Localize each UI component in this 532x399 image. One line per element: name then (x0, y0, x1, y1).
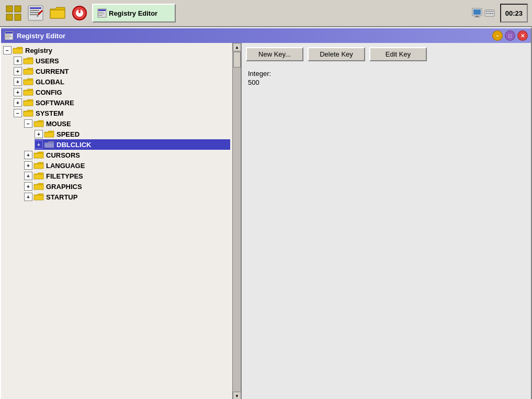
tree-toggle-global[interactable]: + (14, 77, 22, 86)
svg-rect-31 (489, 13, 491, 14)
tree-toggle-filetypes[interactable]: + (24, 172, 32, 180)
folder-icon-current (23, 67, 33, 75)
folder-icon-config (23, 88, 33, 96)
tree-toggle-language[interactable]: + (24, 161, 32, 170)
tree-label-cursors: CURSORS (46, 151, 80, 159)
tree-item-startup[interactable]: + STARTUP (24, 192, 230, 202)
tree-toggle-mouse[interactable]: − (24, 119, 32, 128)
tree-toggle-registry[interactable]: − (3, 46, 12, 54)
svg-rect-0 (6, 6, 13, 12)
scroll-down-button[interactable]: ▼ (233, 392, 241, 399)
svg-rect-8 (30, 14, 38, 15)
delete-key-button[interactable]: Delete Key (308, 47, 365, 61)
svg-rect-34 (5, 32, 13, 34)
tree-toggle-cursors[interactable]: + (24, 151, 32, 159)
svg-rect-26 (489, 11, 490, 12)
folder-icon-dblclick (44, 140, 54, 149)
value-data: 500 (248, 79, 525, 86)
tree-item-filetypes[interactable]: + FILETYPES (24, 171, 230, 181)
tree-toggle-system[interactable]: − (14, 109, 22, 117)
folder-icon-software (23, 98, 33, 107)
tree-label-global: GLOBAL (36, 78, 64, 86)
tree-toggle-current[interactable]: + (14, 67, 22, 75)
tree-label-config: CONFIG (36, 88, 62, 96)
tree-toggle-graphics[interactable]: + (24, 182, 32, 191)
registry-editor-window: Registry Editor – □ ✕ − (0, 27, 532, 399)
tree-item-dblclick[interactable]: + DBLCLICK (35, 139, 230, 150)
tree-label-mouse: MOUSE (46, 120, 71, 128)
folder-icon-mouse (33, 119, 44, 128)
svg-rect-1 (15, 6, 21, 12)
tree-item-current[interactable]: + CURRENT (14, 66, 230, 76)
key-value-area: Integer: 500 (246, 68, 527, 88)
scroll-track (233, 51, 241, 392)
tree-label-registry: Registry (25, 47, 52, 54)
registry-editor-taskbar-btn[interactable]: Registry Editor (92, 4, 176, 23)
folder-icon-registry (13, 46, 23, 54)
folder-icon[interactable] (48, 4, 67, 23)
keyboard-icon (484, 8, 495, 18)
new-key-button[interactable]: New Key... (246, 47, 303, 61)
window-icon (4, 31, 14, 40)
minimize-button[interactable]: – (492, 30, 503, 41)
tree-label-current: CURRENT (36, 68, 69, 75)
tree-item-system[interactable]: − SYSTEM (14, 108, 230, 118)
tree-label-startup: STARTUP (46, 193, 77, 201)
tree-panel: − Registry + USERS (1, 43, 242, 399)
svg-rect-16 (98, 12, 104, 13)
tree-item-registry[interactable]: − Registry (3, 45, 230, 56)
tree-toggle-config[interactable]: + (14, 88, 22, 96)
tree-label-language: LANGUAGE (46, 162, 85, 170)
tree-toggle-software[interactable]: + (14, 98, 22, 107)
value-label: Integer: (248, 70, 525, 77)
edit-icon[interactable] (26, 4, 45, 23)
svg-rect-28 (492, 11, 493, 12)
tree-toggle-speed[interactable]: + (35, 130, 43, 138)
toolbar: New Key... Delete Key Edit Key (246, 47, 527, 61)
tree-item-users[interactable]: + USERS (14, 56, 230, 66)
folder-icon-language (33, 161, 44, 170)
tree-item-graphics[interactable]: + GRAPHICS (24, 181, 230, 192)
tree-label-software: SOFTWARE (36, 99, 74, 107)
power-icon[interactable] (70, 4, 89, 23)
edit-key-button[interactable]: Edit Key (369, 47, 427, 61)
svg-rect-27 (491, 11, 492, 12)
svg-rect-37 (5, 38, 9, 38)
monitor-icon (472, 8, 482, 18)
svg-rect-7 (30, 12, 40, 13)
scroll-up-button[interactable]: ▲ (233, 43, 241, 51)
svg-rect-35 (5, 35, 10, 35)
svg-rect-17 (98, 14, 105, 14)
tree-item-speed[interactable]: + SPEED (35, 129, 230, 139)
svg-rect-32 (492, 13, 493, 14)
svg-rect-29 (486, 13, 487, 14)
close-button[interactable]: ✕ (517, 30, 528, 41)
tree-toggle-dblclick[interactable]: + (35, 140, 43, 149)
maximize-button[interactable]: □ (505, 30, 515, 41)
svg-rect-21 (476, 16, 479, 17)
tree-item-global[interactable]: + GLOBAL (14, 76, 230, 87)
folder-icon-startup (33, 193, 44, 201)
scroll-thumb[interactable] (233, 52, 241, 68)
folder-icon-filetypes (33, 172, 44, 180)
svg-rect-15 (98, 9, 106, 11)
tree-toggle-users[interactable]: + (14, 57, 22, 65)
tree-item-cursors[interactable]: + CURSORS (24, 150, 230, 160)
svg-rect-13 (78, 8, 81, 13)
tree-item-config[interactable]: + CONFIG (14, 87, 230, 97)
svg-rect-5 (30, 7, 41, 9)
folder-icon-graphics (33, 182, 44, 191)
registry-icon (97, 8, 107, 18)
tree-item-mouse[interactable]: − MOUSE (24, 118, 230, 129)
tree-item-software[interactable]: + SOFTWARE (14, 97, 230, 108)
folder-icon-system (23, 109, 33, 117)
tree-item-language[interactable]: + LANGUAGE (24, 160, 230, 171)
apps-icon[interactable] (4, 4, 23, 23)
svg-rect-6 (30, 10, 39, 11)
svg-rect-22 (474, 17, 480, 17)
svg-rect-25 (488, 11, 489, 12)
title-bar: Registry Editor – □ ✕ (1, 28, 531, 43)
window-title: Registry Editor (17, 32, 489, 40)
tree-toggle-startup[interactable]: + (24, 193, 32, 201)
tree-label-users: USERS (36, 57, 59, 65)
